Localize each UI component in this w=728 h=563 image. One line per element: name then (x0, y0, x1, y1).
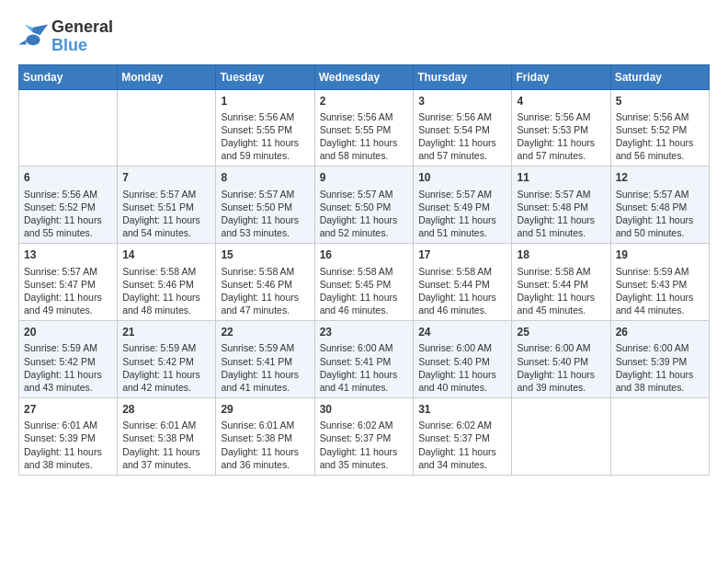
day-info: Sunrise: 6:01 AM Sunset: 5:38 PM Dayligh… (221, 419, 309, 471)
day-info: Sunrise: 5:59 AM Sunset: 5:41 PM Dayligh… (221, 341, 309, 394)
calendar-cell: 4Sunrise: 5:56 AM Sunset: 5:53 PM Daylig… (512, 89, 610, 167)
calendar-cell: 17Sunrise: 5:58 AM Sunset: 5:44 PM Dayli… (414, 244, 512, 321)
calendar-cell: 15Sunrise: 5:58 AM Sunset: 5:46 PM Dayli… (216, 244, 314, 321)
day-info: Sunrise: 6:00 AM Sunset: 5:41 PM Dayligh… (320, 341, 409, 394)
day-number: 28 (122, 402, 210, 417)
day-info: Sunrise: 5:59 AM Sunset: 5:42 PM Dayligh… (24, 341, 112, 394)
calendar-week-row: 1Sunrise: 5:56 AM Sunset: 5:55 PM Daylig… (19, 89, 710, 167)
calendar-cell: 16Sunrise: 5:58 AM Sunset: 5:45 PM Dayli… (314, 244, 414, 321)
day-info: Sunrise: 6:02 AM Sunset: 5:37 PM Dayligh… (418, 419, 506, 471)
weekday-header-cell: Thursday (414, 64, 512, 89)
day-number: 19 (616, 247, 704, 262)
day-info: Sunrise: 5:58 AM Sunset: 5:44 PM Dayligh… (418, 265, 506, 317)
calendar-cell: 27Sunrise: 6:01 AM Sunset: 5:39 PM Dayli… (19, 398, 118, 476)
calendar-cell (610, 398, 709, 476)
day-info: Sunrise: 5:56 AM Sunset: 5:53 PM Dayligh… (517, 110, 605, 163)
calendar-cell: 7Sunrise: 5:57 AM Sunset: 5:51 PM Daylig… (118, 167, 216, 244)
day-number: 1 (221, 94, 309, 109)
weekday-header-cell: Sunday (19, 64, 118, 89)
day-info: Sunrise: 5:59 AM Sunset: 5:42 PM Dayligh… (122, 341, 210, 394)
day-number: 27 (24, 402, 112, 417)
calendar-cell: 12Sunrise: 5:57 AM Sunset: 5:48 PM Dayli… (610, 167, 709, 244)
calendar-cell: 9Sunrise: 5:57 AM Sunset: 5:50 PM Daylig… (314, 167, 414, 244)
calendar-week-row: 13Sunrise: 5:57 AM Sunset: 5:47 PM Dayli… (19, 244, 710, 321)
day-number: 30 (320, 402, 409, 417)
day-number: 9 (320, 170, 409, 185)
day-info: Sunrise: 6:01 AM Sunset: 5:38 PM Dayligh… (122, 419, 210, 471)
day-number: 10 (418, 170, 506, 185)
svg-point-2 (26, 34, 40, 45)
calendar-cell: 1Sunrise: 5:56 AM Sunset: 5:55 PM Daylig… (216, 89, 314, 167)
calendar-cell: 3Sunrise: 5:56 AM Sunset: 5:54 PM Daylig… (414, 89, 512, 167)
day-number: 23 (320, 325, 409, 339)
svg-marker-0 (32, 24, 48, 35)
logo-bird-icon (18, 24, 48, 50)
day-number: 15 (221, 247, 309, 262)
calendar-cell: 26Sunrise: 6:00 AM Sunset: 5:39 PM Dayli… (610, 321, 709, 398)
weekday-header-cell: Monday (118, 64, 216, 89)
page-header: General Blue (18, 18, 710, 55)
day-info: Sunrise: 6:00 AM Sunset: 5:40 PM Dayligh… (517, 341, 605, 394)
calendar-cell (512, 398, 610, 476)
day-info: Sunrise: 5:57 AM Sunset: 5:48 PM Dayligh… (616, 188, 704, 240)
day-info: Sunrise: 5:56 AM Sunset: 5:54 PM Dayligh… (418, 110, 506, 163)
calendar-cell (118, 89, 216, 167)
day-info: Sunrise: 5:57 AM Sunset: 5:49 PM Dayligh… (418, 188, 506, 240)
calendar-cell: 23Sunrise: 6:00 AM Sunset: 5:41 PM Dayli… (314, 321, 414, 398)
day-info: Sunrise: 6:02 AM Sunset: 5:37 PM Dayligh… (320, 419, 409, 471)
logo: General Blue (18, 18, 113, 55)
svg-marker-3 (18, 40, 26, 44)
calendar-cell: 13Sunrise: 5:57 AM Sunset: 5:47 PM Dayli… (19, 244, 118, 321)
day-number: 24 (418, 325, 506, 339)
day-number: 31 (418, 402, 506, 417)
day-info: Sunrise: 6:00 AM Sunset: 5:39 PM Dayligh… (616, 341, 704, 394)
day-number: 16 (320, 247, 409, 262)
day-info: Sunrise: 5:57 AM Sunset: 5:48 PM Dayligh… (517, 188, 605, 240)
calendar-cell: 2Sunrise: 5:56 AM Sunset: 5:55 PM Daylig… (314, 89, 414, 167)
calendar-table: SundayMondayTuesdayWednesdayThursdayFrid… (18, 64, 710, 476)
calendar-cell: 21Sunrise: 5:59 AM Sunset: 5:42 PM Dayli… (118, 321, 216, 398)
day-number: 20 (24, 325, 112, 339)
day-info: Sunrise: 5:58 AM Sunset: 5:45 PM Dayligh… (320, 265, 409, 317)
weekday-header-cell: Wednesday (314, 64, 414, 89)
day-info: Sunrise: 5:58 AM Sunset: 5:46 PM Dayligh… (221, 265, 309, 317)
calendar-cell: 5Sunrise: 5:56 AM Sunset: 5:52 PM Daylig… (610, 89, 709, 167)
calendar-cell: 18Sunrise: 5:58 AM Sunset: 5:44 PM Dayli… (512, 244, 610, 321)
calendar-week-row: 27Sunrise: 6:01 AM Sunset: 5:39 PM Dayli… (19, 398, 710, 476)
day-number: 11 (517, 170, 605, 185)
day-info: Sunrise: 5:57 AM Sunset: 5:50 PM Dayligh… (320, 188, 409, 240)
day-number: 25 (517, 325, 605, 339)
weekday-header-row: SundayMondayTuesdayWednesdayThursdayFrid… (19, 64, 710, 89)
day-number: 13 (24, 247, 112, 262)
day-info: Sunrise: 5:56 AM Sunset: 5:52 PM Dayligh… (24, 188, 112, 240)
day-number: 12 (616, 170, 704, 185)
calendar-week-row: 20Sunrise: 5:59 AM Sunset: 5:42 PM Dayli… (19, 321, 710, 398)
calendar-body: 1Sunrise: 5:56 AM Sunset: 5:55 PM Daylig… (19, 89, 710, 475)
day-info: Sunrise: 6:00 AM Sunset: 5:40 PM Dayligh… (418, 341, 506, 394)
day-info: Sunrise: 5:59 AM Sunset: 5:43 PM Dayligh… (616, 265, 704, 317)
calendar-cell: 14Sunrise: 5:58 AM Sunset: 5:46 PM Dayli… (118, 244, 216, 321)
calendar-week-row: 6Sunrise: 5:56 AM Sunset: 5:52 PM Daylig… (19, 167, 710, 244)
calendar-cell: 25Sunrise: 6:00 AM Sunset: 5:40 PM Dayli… (512, 321, 610, 398)
calendar-cell: 24Sunrise: 6:00 AM Sunset: 5:40 PM Dayli… (414, 321, 512, 398)
calendar-cell: 22Sunrise: 5:59 AM Sunset: 5:41 PM Dayli… (216, 321, 314, 398)
day-number: 3 (418, 94, 506, 109)
calendar-cell: 10Sunrise: 5:57 AM Sunset: 5:49 PM Dayli… (414, 167, 512, 244)
day-info: Sunrise: 5:57 AM Sunset: 5:47 PM Dayligh… (24, 265, 112, 317)
day-info: Sunrise: 5:58 AM Sunset: 5:46 PM Dayligh… (122, 265, 210, 317)
day-number: 21 (122, 325, 210, 339)
calendar-cell: 6Sunrise: 5:56 AM Sunset: 5:52 PM Daylig… (19, 167, 118, 244)
calendar-cell (19, 89, 118, 167)
day-info: Sunrise: 5:56 AM Sunset: 5:55 PM Dayligh… (320, 110, 409, 163)
weekday-header-cell: Tuesday (216, 64, 314, 89)
calendar-cell: 20Sunrise: 5:59 AM Sunset: 5:42 PM Dayli… (19, 321, 118, 398)
day-number: 17 (418, 247, 506, 262)
calendar-cell: 31Sunrise: 6:02 AM Sunset: 5:37 PM Dayli… (414, 398, 512, 476)
day-number: 2 (320, 94, 409, 109)
calendar-cell: 11Sunrise: 5:57 AM Sunset: 5:48 PM Dayli… (512, 167, 610, 244)
calendar-cell: 30Sunrise: 6:02 AM Sunset: 5:37 PM Dayli… (314, 398, 414, 476)
calendar-cell: 29Sunrise: 6:01 AM Sunset: 5:38 PM Dayli… (216, 398, 314, 476)
day-number: 29 (221, 402, 309, 417)
calendar-cell: 19Sunrise: 5:59 AM Sunset: 5:43 PM Dayli… (610, 244, 709, 321)
weekday-header-cell: Saturday (610, 64, 709, 89)
